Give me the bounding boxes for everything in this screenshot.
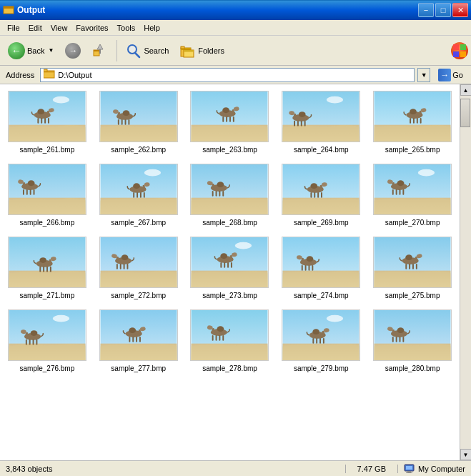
svg-rect-142	[123, 264, 124, 269]
file-item[interactable]: sample_278.bmp	[186, 306, 274, 376]
search-button[interactable]: Search	[121, 39, 174, 63]
svg-rect-69	[410, 118, 411, 124]
address-input[interactable]	[58, 71, 411, 79]
scroll-thumb[interactable]	[460, 99, 470, 127]
file-item[interactable]: sample_276.bmp	[3, 306, 91, 376]
svg-point-24	[37, 109, 44, 114]
file-item[interactable]: sample_269.bmp	[277, 160, 365, 230]
svg-rect-204	[219, 335, 221, 341]
file-grid: sample_261.bmpsample_262.bmpsample_263.b…	[0, 84, 460, 460]
svg-rect-216	[323, 338, 324, 344]
file-item[interactable]: sample_268.bmp	[186, 160, 274, 230]
file-item[interactable]: sample_267.bmp	[94, 160, 183, 230]
file-thumbnail-svg	[282, 91, 360, 142]
file-name: sample_273.bmp	[202, 292, 257, 299]
status-location: My Computer	[404, 464, 465, 474]
folders-icon	[180, 44, 196, 58]
menu-bar: File Edit View Favorites Tools Help	[0, 20, 471, 36]
file-item[interactable]: sample_271.bmp	[3, 233, 91, 303]
svg-rect-133	[46, 267, 48, 272]
file-thumbnail	[373, 309, 452, 362]
svg-point-179	[31, 330, 38, 336]
svg-rect-230	[407, 471, 411, 472]
file-item[interactable]: sample_277.bmp	[94, 306, 183, 376]
svg-point-55	[299, 111, 306, 117]
file-item[interactable]: sample_262.bmp	[94, 87, 183, 157]
svg-rect-173	[409, 264, 410, 269]
file-item[interactable]: sample_273.bmp	[186, 233, 274, 303]
file-item[interactable]: sample_264.bmp	[277, 87, 365, 157]
svg-point-45	[223, 107, 230, 113]
address-bar: Address ▼ → Go	[0, 66, 471, 84]
file-name: sample_262.bmp	[111, 146, 166, 154]
svg-point-31	[53, 96, 69, 104]
file-item[interactable]: sample_275.bmp	[368, 233, 457, 303]
file-name: sample_268.bmp	[202, 219, 257, 227]
svg-point-97	[217, 182, 224, 187]
file-item[interactable]: sample_272.bmp	[94, 233, 183, 303]
svg-rect-5	[99, 49, 101, 54]
file-item[interactable]: sample_261.bmp	[3, 87, 91, 157]
menu-file[interactable]: File	[3, 22, 24, 34]
go-button[interactable]: → Go	[433, 67, 468, 83]
svg-rect-123	[392, 189, 394, 195]
svg-rect-122	[396, 189, 397, 195]
scroll-down-arrow[interactable]: ▼	[460, 449, 472, 460]
svg-point-62	[327, 96, 343, 104]
svg-rect-182	[36, 339, 37, 345]
svg-point-8	[129, 46, 135, 52]
file-item[interactable]: sample_279.bmp	[277, 306, 365, 376]
svg-rect-194	[132, 337, 134, 342]
file-item[interactable]: sample_266.bmp	[3, 160, 91, 230]
file-item[interactable]: sample_270.bmp	[368, 160, 457, 230]
file-name: sample_267.bmp	[111, 219, 166, 227]
svg-point-190	[129, 327, 136, 333]
file-thumbnail-svg	[282, 309, 360, 361]
window-controls: − □ ✕	[418, 3, 468, 17]
svg-point-159	[307, 256, 314, 262]
file-item[interactable]: sample_280.bmp	[368, 306, 457, 376]
svg-rect-144	[116, 264, 118, 269]
close-button[interactable]: ✕	[452, 3, 468, 17]
svg-rect-13	[184, 50, 194, 52]
svg-rect-3	[94, 50, 99, 51]
file-thumbnail	[282, 164, 360, 217]
back-button[interactable]: ← Back ▼	[3, 39, 59, 63]
maximize-button[interactable]: □	[435, 3, 451, 17]
menu-tools[interactable]: Tools	[113, 22, 140, 34]
file-name: sample_276.bmp	[20, 365, 75, 372]
svg-rect-101	[219, 191, 221, 197]
svg-rect-213	[313, 338, 314, 344]
svg-rect-134	[50, 267, 51, 272]
svg-rect-231	[406, 472, 412, 473]
file-thumbnail	[282, 91, 360, 144]
svg-rect-40	[121, 119, 122, 125]
vertical-scrollbar[interactable]: ▲ ▼	[460, 84, 471, 460]
file-item[interactable]: sample_274.bmp	[277, 233, 365, 303]
file-item[interactable]: sample_263.bmp	[186, 87, 274, 157]
forward-button[interactable]: →	[60, 39, 86, 63]
minimize-button[interactable]: −	[418, 3, 434, 17]
computer-icon	[404, 464, 415, 474]
file-thumbnail	[99, 164, 178, 217]
menu-edit[interactable]: Edit	[24, 22, 46, 34]
svg-point-217	[327, 315, 343, 322]
scroll-up-arrow[interactable]: ▲	[460, 84, 472, 96]
address-dropdown-arrow[interactable]: ▼	[417, 68, 430, 82]
menu-help[interactable]: Help	[139, 22, 164, 34]
folders-button[interactable]: Folders	[175, 39, 229, 63]
up-button[interactable]	[87, 39, 113, 63]
svg-rect-27	[37, 118, 39, 124]
svg-rect-113	[321, 192, 322, 198]
file-item[interactable]: sample_265.bmp	[368, 87, 457, 157]
svg-rect-90	[137, 192, 138, 198]
file-name: sample_266.bmp	[20, 219, 75, 227]
scroll-track[interactable]	[460, 96, 471, 449]
file-name: sample_265.bmp	[385, 146, 440, 154]
svg-rect-225	[400, 337, 401, 342]
svg-rect-61	[294, 121, 295, 127]
menu-favorites[interactable]: Favorites	[71, 22, 112, 34]
menu-view[interactable]: View	[46, 22, 72, 34]
file-thumbnail	[8, 309, 86, 362]
svg-rect-100	[223, 191, 224, 197]
